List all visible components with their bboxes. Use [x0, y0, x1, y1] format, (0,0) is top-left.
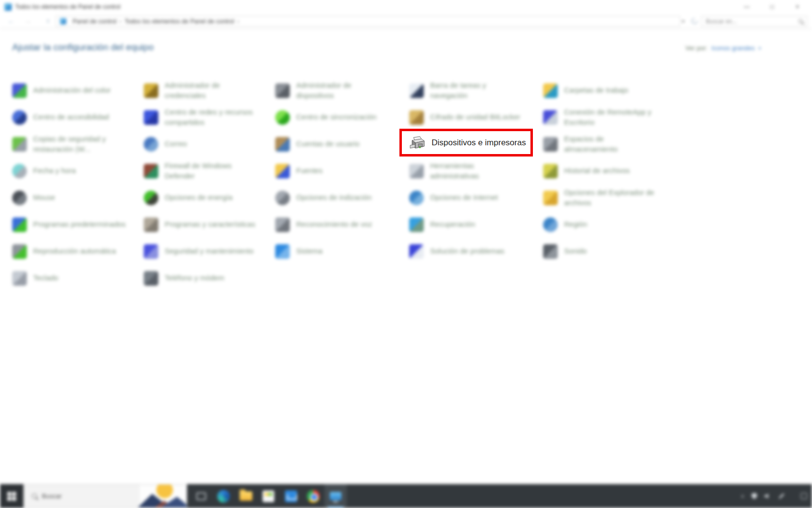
close-button[interactable]: ×	[785, 0, 810, 14]
breadcrumb-current[interactable]: Todos los elementos de Panel de control	[122, 18, 237, 25]
cpl-item-internet-options[interactable]: Opciones de Internet	[409, 184, 543, 211]
file-explorer-icon	[240, 491, 252, 501]
devices-printers-icon	[408, 135, 427, 151]
action-center-icon[interactable]	[801, 493, 807, 499]
taskbar-app-control-panel[interactable]	[324, 484, 347, 508]
taskbar-app-mail[interactable]	[280, 484, 302, 508]
cpl-item-label: Historial de archivos	[564, 166, 630, 176]
cpl-item-device-manager[interactable]: Administrador de dispositivos	[275, 77, 409, 104]
forward-icon[interactable]: →	[24, 17, 31, 25]
cpl-item-mail-cpl[interactable]: Correo	[144, 131, 275, 157]
cpl-item-programs-features[interactable]: Programas y características	[144, 211, 275, 238]
up-icon[interactable]: ↑	[46, 17, 50, 25]
backup-restore-icon	[12, 137, 27, 152]
bitlocker-icon	[409, 110, 424, 125]
cpl-item-label: Administrador de credenciales	[165, 80, 258, 100]
start-button[interactable]	[0, 484, 23, 508]
cpl-item-ease-of-access[interactable]: Centro de accesibilidad	[12, 104, 144, 131]
maximize-button[interactable]: □	[759, 0, 785, 14]
view-by-value[interactable]: Iconos grandes	[712, 44, 755, 52]
pen-icon[interactable]	[779, 493, 784, 499]
screen: Todos los elementos de Panel de control …	[0, 0, 812, 508]
cpl-item-speech-recognition[interactable]: Reconocimiento de voz	[275, 211, 409, 238]
cpl-item-label: Opciones de indización	[296, 193, 372, 202]
chevron-up-icon[interactable]: ∧	[741, 493, 744, 499]
refresh-icon[interactable]	[691, 17, 699, 25]
cpl-item-indexing-options[interactable]: Opciones de indización	[275, 184, 409, 211]
cpl-item-label: Solución de problemas	[430, 246, 505, 256]
cpl-item-storage-spaces[interactable]: Espacios de almacenamiento	[543, 131, 675, 157]
system-icon	[275, 244, 290, 259]
device-manager-icon	[275, 83, 290, 98]
cpl-item-sync-center[interactable]: Centro de sincronización	[275, 104, 409, 131]
cpl-item-fonts[interactable]: Fuentes	[275, 157, 409, 184]
cpl-item-bitlocker[interactable]: Cifrado de unidad BitLocker	[409, 104, 543, 131]
cpl-item-keyboard[interactable]: Teclado	[12, 265, 144, 292]
control-panel-window-icon	[4, 3, 12, 11]
sun-icon	[156, 484, 173, 498]
cpl-item-troubleshooting[interactable]: Solución de problemas	[409, 238, 543, 265]
cpl-item-label: Teléfono y módem	[165, 273, 225, 283]
taskbar-app-store[interactable]	[257, 484, 280, 508]
mouse-icon	[12, 191, 27, 205]
cpl-item-default-programs[interactable]: Programas predeterminados	[12, 211, 144, 238]
taskbar-search-input[interactable]: Buscar	[23, 484, 187, 508]
highlight-box-devices-printers[interactable]: Dispositivos e impresoras	[399, 129, 533, 156]
cpl-item-label: Programas predeterminados	[33, 219, 126, 229]
fonts-icon	[275, 164, 290, 178]
back-icon[interactable]: ←	[8, 17, 15, 25]
cpl-item-region[interactable]: Región	[543, 211, 675, 238]
network-sharing-center-icon	[144, 110, 158, 125]
cpl-item-label: Fecha y hora	[33, 166, 76, 176]
cpl-item-taskbar-navigation[interactable]: Barra de tareas y navegación	[409, 77, 543, 104]
volume-icon[interactable]	[764, 493, 771, 499]
cpl-item-credential-manager[interactable]: Administrador de credenciales	[144, 77, 275, 104]
taskbar-app-file-explorer[interactable]	[235, 484, 257, 508]
cpl-item-phone-modem[interactable]: Teléfono y módem	[144, 265, 275, 292]
cpl-item-power-options[interactable]: Opciones de energía	[144, 184, 275, 211]
cpl-item-color-management[interactable]: Administración del color	[12, 77, 144, 104]
cpl-item-sound[interactable]: Sonido	[543, 238, 675, 265]
taskbar-app-edge[interactable]	[212, 484, 235, 508]
cpl-item-work-folders[interactable]: Carpetas de trabajo	[543, 77, 675, 104]
speech-recognition-icon	[275, 217, 290, 232]
highlighted-item-label: Dispositivos e impresoras	[432, 138, 526, 148]
keyboard-icon	[12, 271, 27, 286]
cpl-item-label: Centro de accesibilidad	[33, 112, 109, 122]
cpl-item-label: Carpetas de trabajo	[564, 85, 628, 95]
chevron-down-icon[interactable]: ▾	[758, 46, 761, 51]
minimize-button[interactable]: —	[734, 0, 759, 14]
cpl-item-date-time[interactable]: Fecha y hora	[12, 157, 144, 184]
cpl-item-file-explorer-options[interactable]: Opciones del Explorador de archivos	[543, 184, 675, 211]
cpl-item-network-sharing-center[interactable]: Centro de redes y recursos compartidos	[144, 104, 275, 131]
window-titlebar: Todos los elementos de Panel de control …	[0, 0, 812, 14]
cpl-item-firewall[interactable]: Firewall de Windows Defender	[144, 157, 275, 184]
phone-modem-icon	[144, 271, 158, 286]
breadcrumb-root[interactable]: Panel de control	[70, 18, 119, 25]
cpl-item-autoplay[interactable]: Reproducción automática	[12, 238, 144, 265]
shield-icon[interactable]	[752, 493, 757, 499]
address-dropdown-icon[interactable]: ▾	[682, 19, 684, 24]
weather-widget[interactable]	[140, 485, 187, 508]
cpl-item-label: Reconocimiento de voz	[296, 219, 372, 229]
window-title: Todos los elementos de Panel de control	[15, 3, 120, 10]
taskbar-app-chrome[interactable]	[302, 484, 324, 508]
cpl-item-backup-restore[interactable]: Copias de seguridad y restauración (W...	[12, 131, 144, 157]
page-title: Ajustar la configuración del equipo	[12, 42, 153, 53]
cpl-item-label: Espacios de almacenamiento	[564, 134, 658, 154]
taskbar-app-task-view[interactable]	[190, 484, 212, 508]
cpl-item-label: Administración del color	[33, 85, 111, 95]
cpl-item-system[interactable]: Sistema	[275, 238, 409, 265]
cpl-item-admin-tools[interactable]: Herramientas administrativas	[409, 157, 543, 184]
address-bar[interactable]: Panel de control › Todos los elementos d…	[56, 16, 680, 27]
cpl-item-recovery[interactable]: Recuperación	[409, 211, 543, 238]
sound-icon	[543, 244, 558, 259]
cpl-item-user-accounts[interactable]: Cuentas de usuario	[275, 131, 409, 157]
search-input[interactable]: Buscar en...	[701, 16, 807, 27]
cpl-item-remoteapp[interactable]: Conexión de RemoteApp y Escritorio	[543, 104, 675, 131]
cpl-item-mouse[interactable]: Mouse	[12, 184, 144, 211]
cpl-item-file-history[interactable]: Historial de archivos	[543, 157, 675, 184]
region-icon	[543, 217, 558, 232]
default-programs-icon	[12, 217, 27, 232]
cpl-item-security-maintenance[interactable]: Seguridad y mantenimiento	[144, 238, 275, 265]
